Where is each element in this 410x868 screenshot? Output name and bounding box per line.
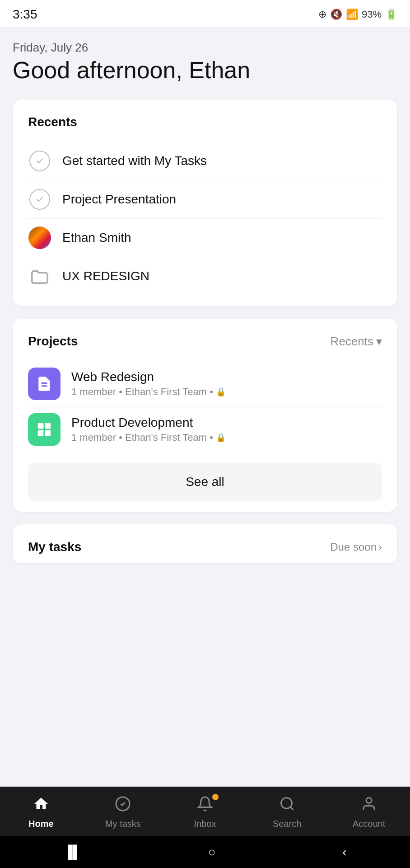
nav-item-account[interactable]: Account <box>328 796 410 829</box>
nav-label-account: Account <box>353 819 385 829</box>
nav-item-my-tasks[interactable]: My tasks <box>82 796 164 829</box>
recents-button[interactable]: ▐▌ <box>63 845 81 859</box>
nav-label-inbox: Inbox <box>194 819 216 829</box>
nav-label-my-tasks: My tasks <box>105 819 141 829</box>
greeting-date: Friday, July 26 <box>13 41 397 55</box>
search-nav-icon <box>279 796 295 816</box>
task-icon-project-presentation <box>28 188 51 211</box>
recent-item-label-ux-redesign: UX REDESIGN <box>62 269 149 283</box>
projects-card-header: Projects Recents ▾ <box>28 334 382 349</box>
projects-card: Projects Recents ▾ Web Redesign 1 member… <box>13 319 397 512</box>
avatar-ethan-smith <box>28 226 51 250</box>
account-nav-icon <box>361 796 377 816</box>
project-meta-web-redesign: 1 member • Ethan's First Team • 🔒 <box>71 386 382 398</box>
greeting-title: Good afternoon, Ethan <box>13 57 397 83</box>
greeting-section: Friday, July 26 Good afternoon, Ethan <box>13 41 397 83</box>
recent-item-get-started[interactable]: Get started with My Tasks <box>28 142 382 180</box>
nav-item-inbox[interactable]: Inbox <box>164 796 246 829</box>
recents-card: Recents Get started with My Tasks <box>13 99 397 306</box>
project-meta-product-development: 1 member • Ethan's First Team • 🔒 <box>71 432 382 443</box>
projects-title: Projects <box>28 334 78 349</box>
status-icons: ⊕ 🔇 📶 93% 🔋 <box>318 9 397 20</box>
svg-rect-0 <box>38 423 44 429</box>
my-tasks-header: My tasks Due soon › <box>28 540 382 554</box>
my-tasks-title: My tasks <box>28 540 81 554</box>
svg-point-7 <box>366 798 372 803</box>
mute-icon: 🔇 <box>330 9 342 20</box>
nav-item-search[interactable]: Search <box>246 796 328 829</box>
project-name-web-redesign: Web Redesign <box>71 370 382 384</box>
status-bar: 3:35 ⊕ 🔇 📶 93% 🔋 <box>0 0 410 27</box>
project-item-product-development[interactable]: Product Development 1 member • Ethan's F… <box>28 406 382 452</box>
recent-item-project-presentation[interactable]: Project Presentation <box>28 180 382 219</box>
back-button[interactable]: ‹ <box>342 845 346 859</box>
svg-rect-1 <box>45 423 51 429</box>
home-icon <box>33 796 49 816</box>
nav-item-home[interactable]: Home <box>0 796 82 829</box>
project-icon-web-redesign <box>28 368 61 400</box>
recents-title: Recents <box>28 115 382 129</box>
svg-line-6 <box>290 807 294 810</box>
my-tasks-filter-label: Due soon <box>330 541 377 553</box>
projects-filter[interactable]: Recents ▾ <box>331 335 382 349</box>
svg-rect-3 <box>45 430 51 436</box>
chevron-right-icon: › <box>378 541 382 553</box>
wifi-icon: 📶 <box>346 9 358 20</box>
home-button[interactable]: ○ <box>208 845 216 859</box>
project-info-product-development: Product Development 1 member • Ethan's F… <box>71 415 382 443</box>
lock-icon-product-development: 🔒 <box>216 433 226 443</box>
folder-icon-ux-redesign <box>28 264 51 288</box>
my-tasks-card: My tasks Due soon › <box>13 524 397 563</box>
status-time: 3:35 <box>13 7 37 22</box>
project-item-web-redesign[interactable]: Web Redesign 1 member • Ethan's First Te… <box>28 361 382 406</box>
project-icon-product-development <box>28 413 61 446</box>
see-all-button[interactable]: See all <box>28 463 382 501</box>
svg-rect-2 <box>38 430 44 436</box>
inbox-icon <box>197 796 213 816</box>
system-nav: ▐▌ ○ ‹ <box>0 836 410 868</box>
nav-label-search: Search <box>273 819 301 829</box>
battery-level: 93% <box>362 9 382 20</box>
main-content: Friday, July 26 Good afternoon, Ethan Re… <box>0 27 410 787</box>
lock-icon-web-redesign: 🔒 <box>216 387 226 397</box>
recent-item-ux-redesign[interactable]: UX REDESIGN <box>28 257 382 295</box>
bluetooth-icon: ⊕ <box>318 9 326 20</box>
chevron-down-icon: ▾ <box>376 335 382 349</box>
recent-item-label-get-started: Get started with My Tasks <box>62 154 207 168</box>
inbox-badge <box>212 794 219 800</box>
battery-icon: 🔋 <box>385 9 397 20</box>
nav-label-home: Home <box>28 819 54 829</box>
my-tasks-filter[interactable]: Due soon › <box>330 541 382 553</box>
project-info-web-redesign: Web Redesign 1 member • Ethan's First Te… <box>71 370 382 398</box>
my-tasks-nav-icon <box>115 796 131 816</box>
recent-item-label-project-presentation: Project Presentation <box>62 192 176 207</box>
task-icon-get-started <box>28 149 51 173</box>
bottom-nav: Home My tasks Inbox Search <box>0 787 410 836</box>
recent-item-label-ethan-smith: Ethan Smith <box>62 231 131 245</box>
svg-point-5 <box>281 798 292 809</box>
projects-filter-label: Recents <box>331 335 373 349</box>
recent-item-ethan-smith[interactable]: Ethan Smith <box>28 219 382 257</box>
project-name-product-development: Product Development <box>71 415 382 430</box>
